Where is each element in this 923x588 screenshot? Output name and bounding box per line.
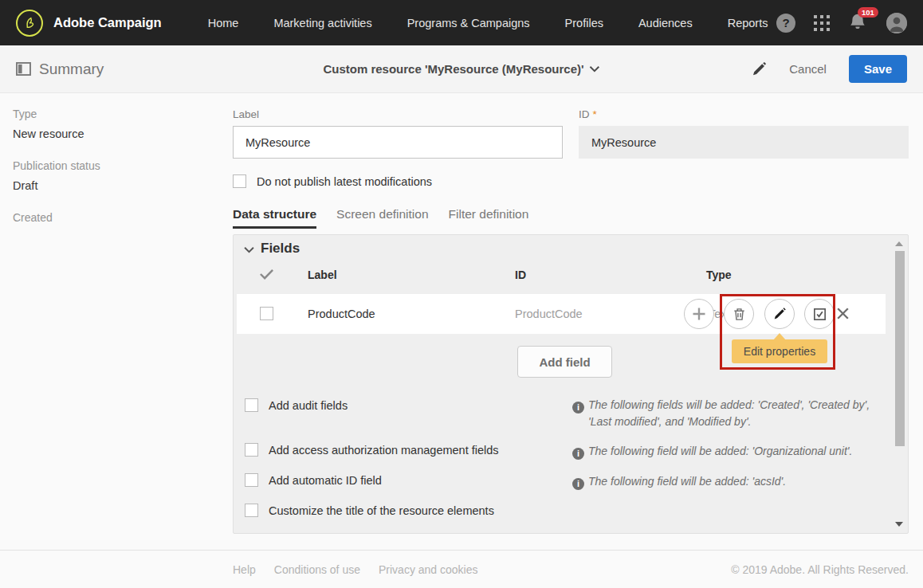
trash-icon [732,307,747,322]
add-audit-fields-label: Add audit fields [269,399,348,412]
column-header-label: Label [308,269,337,281]
page-body: Type New resource Publication status Dra… [0,93,923,550]
edit-properties-button[interactable] [764,299,795,329]
add-field-button[interactable]: Add field [517,346,612,378]
action-toolbar: Summary Custom resource 'MyResource (MyR… [0,45,923,93]
fields-panel: Fields Label ID Type ProductCode Product… [233,234,909,534]
pencil-icon [772,307,787,321]
id-field-caption: ID* [579,108,909,120]
main-nav: Home Marketing activities Programs & Cam… [208,17,768,29]
tab-filter-definition[interactable]: Filter definition [449,207,529,229]
do-not-publish-checkbox[interactable] [233,174,246,188]
info-icon: i [572,478,584,490]
access-authorization-label: Add access authorization management fiel… [269,444,499,457]
tab-screen-definition[interactable]: Screen definition [336,207,428,229]
collapse-chevron-icon[interactable] [244,246,254,253]
top-navigation-bar: Adobe Campaign Home Marketing activities… [0,0,923,45]
audit-fields-info-text: The following fields will be added: 'Cre… [588,397,883,430]
copyright-text: © 2019 Adobe. All Rights Reserved. [731,563,909,576]
row-id-cell: ProductCode [515,308,583,320]
automatic-id-checkbox[interactable] [245,473,258,487]
nav-item-reports[interactable]: Reports [728,17,768,29]
summary-tab[interactable]: Summary [16,61,104,78]
access-authorization-info: iThe following field will be added: 'Org… [572,443,883,460]
sidebar-label: Type [13,108,220,120]
access-authorization-checkbox[interactable] [245,443,258,457]
column-header-type: Type [706,269,732,281]
scrollbar-down-arrow[interactable] [895,522,903,527]
publish-checkbox-row: Do not publish latest modifications [233,174,909,188]
edit-properties-tooltip: Edit properties [732,339,827,363]
adobe-campaign-app: Adobe Campaign Home Marketing activities… [0,0,923,588]
label-field-group: Label [233,108,563,159]
adobe-campaign-logo-icon[interactable] [16,10,43,37]
summary-label: Summary [39,61,104,78]
notifications-bell-icon[interactable]: 101 [848,13,869,33]
nav-utilities: ? 101 [776,13,907,33]
footer-link-privacy[interactable]: Privacy and cookies [379,563,478,576]
plus-icon [691,306,707,322]
column-header-id: ID [515,269,526,281]
sidebar-label: Created [13,211,220,224]
user-avatar[interactable] [886,13,907,33]
sidebar-value: New resource [13,127,220,140]
help-icon[interactable]: ? [776,14,795,33]
option-add-audit-fields: Add audit fields [245,398,348,412]
avatar-person-icon [886,13,907,33]
option-access-authorization: Add access authorization management fiel… [245,443,499,457]
select-all-check-icon[interactable] [259,269,274,280]
footer-links: Help Conditions of use Privacy and cooki… [233,563,478,576]
sidebar-item-type: Type New resource [13,108,220,140]
row-label-cell: ProductCode [308,308,375,320]
sidebar-item-publication-status: Publication status Draft [13,159,220,192]
app-grid-icon[interactable] [813,14,831,32]
nav-item-profiles[interactable]: Profiles [565,17,603,29]
row-checkbox[interactable] [260,307,273,320]
label-id-row: Label ID* [233,108,909,159]
field-table-row: ProductCode ProductCode Text [237,294,886,334]
check-square-icon [812,307,827,322]
check-field-button[interactable] [804,299,835,329]
add-audit-fields-checkbox[interactable] [245,398,258,412]
save-button[interactable]: Save [849,55,907,83]
summary-sidebar: Type New resource Publication status Dra… [0,93,233,550]
id-field-group: ID* [579,108,909,159]
notification-count-badge: 101 [858,7,878,18]
resource-title-dropdown[interactable]: Custom resource 'MyResource (MyResource)… [323,62,599,76]
delete-field-button[interactable] [724,299,754,329]
label-input[interactable] [233,126,563,159]
info-icon: i [572,402,584,414]
cancel-button[interactable]: Cancel [789,62,827,76]
nav-item-audiences[interactable]: Audiences [638,17,693,29]
fields-section-title: Fields [261,241,300,257]
close-row-icon[interactable] [835,305,851,322]
automatic-id-label: Add automatic ID field [269,474,382,487]
option-customize-title: Customize the title of the resource elem… [245,504,494,517]
toolbar-actions: Cancel Save [751,55,907,83]
scrollbar-thumb[interactable] [895,251,905,446]
id-caption-text: ID [579,108,590,120]
chevron-down-icon [590,65,600,73]
add-subfield-button[interactable] [684,299,714,329]
resource-title-text: Custom resource 'MyResource (MyResource)… [323,62,583,76]
customize-title-label: Customize the title of the resource elem… [269,504,494,517]
option-automatic-id: Add automatic ID field [245,473,382,487]
footer-link-help[interactable]: Help [233,563,256,576]
footer-link-conditions[interactable]: Conditions of use [274,563,360,576]
logo-glyph-icon [22,16,37,30]
resource-editor: Label ID* Do not publish latest modifica… [233,93,923,550]
automatic-id-info: iThe following field will be added: 'acs… [572,473,883,490]
access-authorization-info-text: The following field will be added: 'Orga… [588,443,852,460]
edit-pencil-icon[interactable] [751,61,767,77]
nav-item-marketing-activities[interactable]: Marketing activities [273,17,371,29]
scrollbar-up-arrow[interactable] [895,241,903,246]
summary-layout-icon [16,62,31,76]
brand-title: Adobe Campaign [53,15,162,30]
nav-item-programs-campaigns[interactable]: Programs & Campaigns [407,17,530,29]
audit-fields-info: iThe following fields will be added: 'Cr… [572,397,883,414]
nav-item-home[interactable]: Home [208,17,239,29]
info-icon: i [572,448,584,460]
customize-title-checkbox[interactable] [245,504,258,517]
tab-data-structure[interactable]: Data structure [233,207,316,229]
required-asterisk: * [593,108,597,120]
